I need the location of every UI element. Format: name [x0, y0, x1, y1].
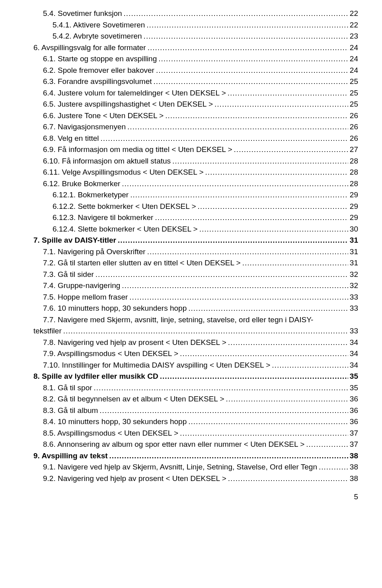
toc-entry-label: 6.12.2. Sette bokmerker < Uten DEKSEL > — [53, 201, 196, 212]
toc-entry-label: 7.9. Avspillingsmodus < Uten DEKSEL > — [43, 348, 178, 360]
toc-entry-page: 36 — [350, 405, 358, 417]
toc-entry-page: 37 — [350, 428, 358, 439]
toc-entry: 6.4. Justere volum for talemeldinger < U… — [24, 88, 358, 99]
toc-entry: 6.12.4. Slette bokmerker < Uten DEKSEL >… — [24, 224, 358, 235]
toc-entry-page: 34 — [350, 360, 358, 371]
toc-entry: 6.10. Få informasjon om aktuell status28 — [24, 156, 358, 167]
toc-entry: 9.1. Navigere ved hjelp av Skjerm, Avsni… — [24, 461, 358, 473]
toc-leader-dots — [242, 257, 348, 269]
toc-leader-dots — [165, 110, 348, 122]
toc-entry-label: tekstfiler — [33, 325, 62, 337]
toc-entry-label: 6.12.1. Bokmerketyper — [53, 189, 129, 201]
toc-entry-page: 32 — [350, 280, 358, 292]
toc-entry-page: 31 — [350, 235, 358, 246]
toc-entry: 6.3. Forandre avspillingsvolumet25 — [24, 76, 358, 88]
toc-entry-label: 6.5. Justere avspillingshastighet < Uten… — [43, 99, 213, 110]
toc-entry: 5.4.1. Aktivere Sovetimeren22 — [24, 19, 358, 31]
toc-entry: 7.6. 10 minutters hopp, 30 sekunders hop… — [24, 303, 358, 314]
toc-entry-page: 36 — [350, 393, 358, 405]
toc-entry-label: 8.2. Gå til begynnelsen av et album < Ut… — [43, 393, 224, 405]
toc-leader-dots — [63, 325, 348, 337]
toc-entry-page: 27 — [350, 144, 358, 156]
toc-entry: 8.2. Gå til begynnelsen av et album < Ut… — [24, 393, 358, 405]
toc-leader-dots — [144, 31, 348, 42]
toc-entry-page: 22 — [350, 19, 358, 31]
toc-leader-dots — [129, 292, 348, 303]
toc-leader-dots — [319, 461, 348, 473]
toc-entry: 7.2. Gå til starten eller slutten av en … — [24, 257, 358, 269]
toc-entry: 6.1. Starte og stoppe en avspilling24 — [24, 53, 358, 65]
toc-entry-label: 7.2. Gå til starten eller slutten av en … — [43, 257, 241, 269]
toc-leader-dots — [180, 428, 348, 439]
toc-entry-page: 24 — [350, 42, 358, 54]
toc-entry: 6.12.1. Bokmerketyper29 — [24, 189, 358, 201]
toc-leader-dots — [158, 53, 348, 65]
toc-entry-label: 7.4. Gruppe-navigering — [43, 280, 120, 292]
toc-entry-label: 6.8. Velg en tittel — [43, 133, 99, 144]
toc-entry-page: 25 — [350, 99, 358, 110]
toc-entry-label: 8.4. 10 minutters hopp, 30 sekunders hop… — [43, 416, 187, 428]
toc-entry-label: 5.4. Sovetimer funksjon — [43, 8, 122, 19]
page-number: 5 — [24, 491, 358, 503]
toc-leader-dots — [155, 212, 348, 224]
toc-leader-dots — [124, 8, 348, 19]
toc-leader-dots — [205, 167, 348, 178]
toc-entry-page: 38 — [350, 450, 358, 462]
toc-entry-label: 6.6. Justere Tone < Uten DEKSEL > — [43, 110, 164, 122]
toc-leader-dots — [228, 88, 348, 99]
toc-entry: 6.12.2. Sette bokmerker < Uten DEKSEL >2… — [24, 201, 358, 212]
toc-entry-label: 6.7. Navigasjonsmenyen — [43, 121, 126, 133]
toc-entry: 7.5. Hoppe mellom fraser33 — [24, 292, 358, 303]
toc-entry-page: 35 — [350, 371, 358, 382]
toc-entry-label: 8.3. Gå til album — [43, 405, 98, 417]
toc-entry: 9. Avspilling av tekst38 — [24, 450, 358, 462]
toc-entry: 6.12.3. Navigere til bokmerker29 — [24, 212, 358, 224]
toc-entry: 8.4. 10 minutters hopp, 30 sekunders hop… — [24, 416, 358, 428]
toc-leader-dots — [154, 76, 348, 88]
toc-entry-label: 6.4. Justere volum for talemeldinger < U… — [43, 88, 226, 99]
toc-entry-page: 28 — [350, 156, 358, 167]
toc-entry: 5.4. Sovetimer funksjon22 — [24, 8, 358, 19]
toc-entry-label: 7.8. Navigering ved hjelp av prosent < U… — [43, 337, 226, 349]
toc-entry-label: 6. Avspillingsvalg for alle formater — [33, 42, 146, 54]
toc-entry-page: 28 — [350, 178, 358, 190]
toc-entry-page: 35 — [350, 382, 358, 394]
toc-entry: 5.4.2. Avbryte sovetimeren23 — [24, 31, 358, 42]
toc-entry-label: 7.10. Innstillinger for Multimedia DAISY… — [43, 360, 270, 371]
toc-entry: 6.7. Navigasjonsmenyen26 — [24, 121, 358, 133]
toc-leader-dots — [118, 235, 348, 246]
toc-entry: 6. Avspillingsvalg for alle formater24 — [24, 42, 358, 54]
toc-entry: 8.1. Gå til spor35 — [24, 382, 358, 394]
toc-entry: 7.1. Navigering på Overskrifter31 — [24, 246, 358, 258]
toc-entry-page: 26 — [350, 121, 358, 133]
toc-entry: 8.3. Gå til album36 — [24, 405, 358, 417]
toc-entry: 6.6. Justere Tone < Uten DEKSEL >26 — [24, 110, 358, 122]
toc-entry-page: 26 — [350, 133, 358, 144]
toc-entry-label: 7.1. Navigering på Overskrifter — [43, 246, 146, 258]
toc-leader-dots — [160, 371, 348, 382]
toc-entry: 8.5. Avspillingsmodus < Uten DEKSEL >37 — [24, 428, 358, 439]
toc-entry-page: 34 — [350, 337, 358, 349]
toc-entry: 6.8. Velg en tittel26 — [24, 133, 358, 144]
toc-leader-dots — [148, 42, 348, 54]
toc-leader-dots — [146, 19, 348, 31]
toc-entry: 7.4. Gruppe-navigering32 — [24, 280, 358, 292]
toc-leader-dots — [130, 189, 348, 201]
toc-entry-label: 7.6. 10 minutters hopp, 30 sekunders hop… — [43, 303, 187, 314]
toc-entry: 7.3. Gå til sider32 — [24, 269, 358, 280]
toc-leader-dots — [122, 280, 348, 292]
toc-entry-page: 37 — [350, 439, 358, 450]
toc-entry-page: 23 — [350, 31, 358, 42]
toc-leader-dots — [109, 450, 348, 462]
toc-entry-page: 28 — [350, 167, 358, 178]
toc-entry-label: 8.5. Avspillingsmodus < Uten DEKSEL > — [43, 428, 178, 439]
toc-entry-page: 24 — [350, 53, 358, 65]
toc-entry-page: 33 — [350, 292, 358, 303]
toc-entry-label: 8.1. Gå til spor — [43, 382, 92, 394]
toc-entry-page: 25 — [350, 88, 358, 99]
toc-entry-label: 6.12. Bruke Bokmerker — [43, 178, 120, 190]
toc-entry-label: 6.3. Forandre avspillingsvolumet — [43, 76, 152, 88]
toc-entry-label: 6.1. Starte og stoppe en avspilling — [43, 53, 157, 65]
toc-entry-page: 29 — [350, 201, 358, 212]
toc-entry: tekstfiler33 — [24, 325, 358, 337]
